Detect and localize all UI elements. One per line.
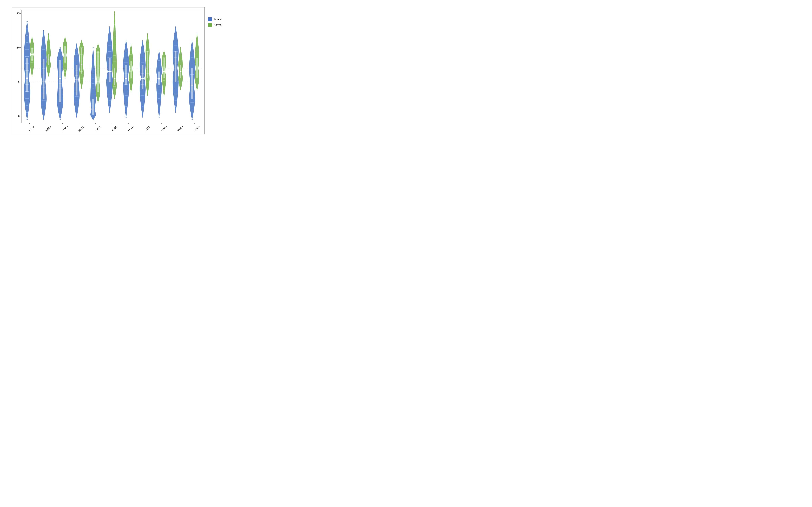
svg-rect-14 <box>26 58 28 92</box>
svg-rect-266 <box>125 65 127 85</box>
tumor-legend-swatch <box>208 17 212 21</box>
svg-rect-476 <box>208 17 212 21</box>
svg-text:PRAD: PRAD <box>160 125 167 132</box>
svg-rect-392 <box>175 51 176 81</box>
legend-normal-label: Normal <box>213 23 222 26</box>
svg-rect-56 <box>43 59 45 99</box>
svg-text:10: 10 <box>17 46 19 49</box>
svg-rect-182 <box>92 99 94 115</box>
legend-box: Tumor Normal <box>205 7 232 134</box>
svg-rect-434 <box>191 68 193 99</box>
svg-text:KICH: KICH <box>95 125 101 132</box>
svg-text:THCA: THCA <box>177 125 184 132</box>
legend-tumor-label: Tumor <box>213 18 221 21</box>
svg-rect-98 <box>59 60 61 102</box>
legend-item-normal: Normal <box>208 23 230 27</box>
normal-legend-swatch <box>208 23 212 27</box>
svg-text:BLCA: BLCA <box>29 125 35 132</box>
svg-text:15: 15 <box>17 12 19 15</box>
svg-rect-286 <box>131 61 132 78</box>
svg-rect-308 <box>142 65 144 89</box>
chart-area: 051015BLCABRCACOADHNSCKICHKIRCLUADLUSCPR… <box>5 7 232 134</box>
svg-text:LUSC: LUSC <box>144 125 151 132</box>
svg-text:KIRC: KIRC <box>111 125 117 131</box>
svg-rect-202 <box>97 51 99 92</box>
plot-with-legend: 051015BLCABRCACOADHNSCKICHKIRCLUADLUSCPR… <box>12 7 232 134</box>
svg-text:5: 5 <box>18 80 19 83</box>
plot-box: 051015BLCABRCACOADHNSCKICHKIRCLUADLUSCPR… <box>12 7 205 134</box>
svg-text:BRCA: BRCA <box>45 125 52 132</box>
svg-text:UCEC: UCEC <box>193 125 200 132</box>
svg-text:0: 0 <box>18 114 19 117</box>
svg-text:HNSC: HNSC <box>78 125 85 132</box>
svg-rect-477 <box>208 23 212 27</box>
svg-rect-370 <box>163 58 165 78</box>
main-svg: 051015BLCABRCACOADHNSCKICHKIRCLUADLUSCPR… <box>12 7 205 134</box>
chart-container: 051015BLCABRCACOADHNSCKICHKIRCLUADLUSCPR… <box>2 2 235 146</box>
svg-rect-244 <box>114 68 115 85</box>
legend-item-tumor: Tumor <box>208 17 230 21</box>
chart-plot-area: 051015BLCABRCACOADHNSCKICHKIRCLUADLUSCPR… <box>12 7 232 134</box>
svg-rect-160 <box>81 48 82 73</box>
svg-text:COAD: COAD <box>61 125 68 132</box>
y-axis-label <box>5 7 12 134</box>
svg-text:LUAD: LUAD <box>128 125 134 132</box>
svg-rect-76 <box>48 54 49 65</box>
svg-rect-118 <box>64 46 66 62</box>
svg-rect-140 <box>76 65 78 95</box>
